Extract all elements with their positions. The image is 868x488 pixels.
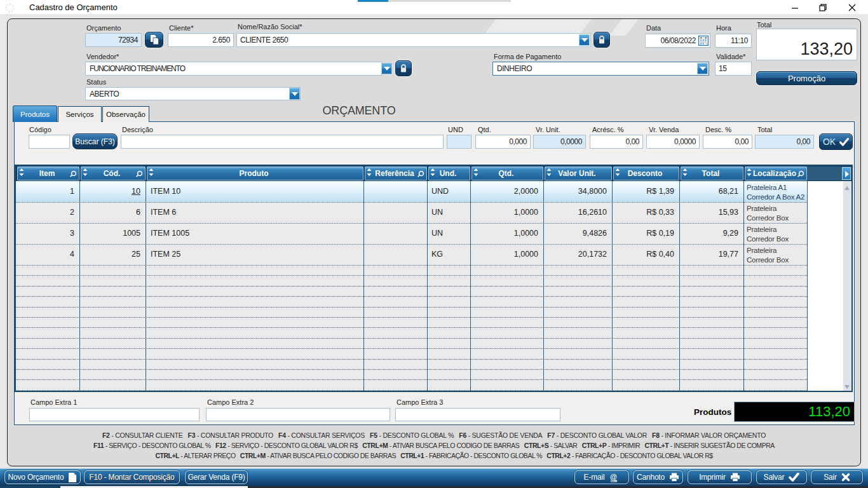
svg-text:COM: COM — [611, 479, 617, 482]
